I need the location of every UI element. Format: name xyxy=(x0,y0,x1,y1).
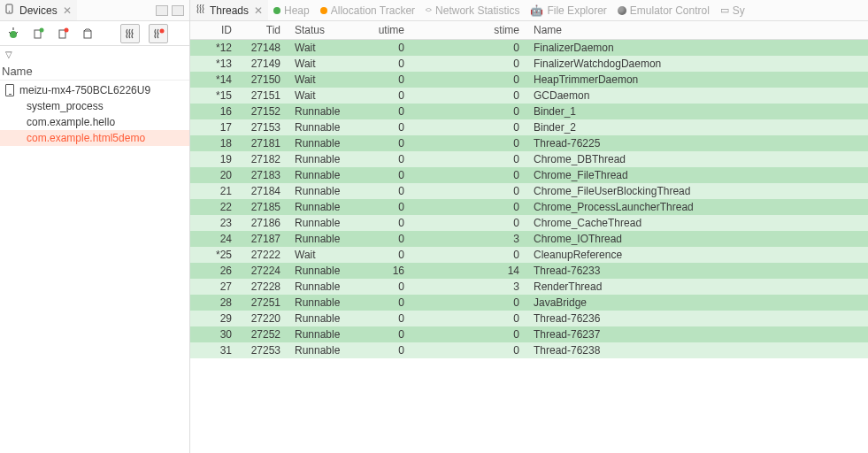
cell-utime: 0 xyxy=(358,135,411,151)
device-tree-item[interactable]: com.example.html5demo xyxy=(0,130,189,146)
cell-tid: 27153 xyxy=(239,119,288,135)
table-row[interactable]: *1427150Wait00HeapTrimmerDaemon xyxy=(190,72,868,88)
dump-hprof-button[interactable] xyxy=(55,26,71,42)
device-tree-item[interactable]: meizu-mx4-750BCL6226U9 xyxy=(0,82,189,98)
cell-status: Runnable xyxy=(288,167,358,183)
cell-stime: 0 xyxy=(411,183,526,199)
cell-tid: 27224 xyxy=(239,263,288,279)
cell-id: *14 xyxy=(190,72,239,88)
table-row[interactable]: *2527222Wait00CleanupReference xyxy=(190,247,868,263)
col-header-name[interactable]: Name xyxy=(526,21,868,40)
cell-stime: 0 xyxy=(411,295,526,311)
table-row[interactable]: 1627152Runnable00Binder_1 xyxy=(190,104,868,119)
minimize-view-button[interactable] xyxy=(156,5,168,16)
table-row[interactable]: *1527151Wait00GCDaemon xyxy=(190,88,868,104)
start-method-profiling-button[interactable] xyxy=(149,24,168,43)
close-icon[interactable]: ✕ xyxy=(254,4,263,17)
tab-threads[interactable]: Threads✕ xyxy=(190,0,268,20)
cell-name: FinalizerWatchdogDaemon xyxy=(526,56,868,72)
cell-tid: 27228 xyxy=(239,279,288,295)
table-row[interactable]: 2927220Runnable00Thread-76236 xyxy=(190,311,868,326)
cell-utime: 0 xyxy=(358,104,411,119)
update-heap-button[interactable] xyxy=(30,26,46,42)
svg-point-7 xyxy=(40,27,44,32)
table-row[interactable]: 2727228Runnable03RenderThread xyxy=(190,279,868,295)
cell-stime: 0 xyxy=(411,151,526,167)
emulator-icon xyxy=(618,6,626,15)
cell-stime: 0 xyxy=(411,40,526,57)
table-row[interactable]: 3127253Runnable00Thread-76238 xyxy=(190,342,868,358)
cell-name: Thread-76238 xyxy=(526,342,868,358)
main-pane: Threads✕HeapAllocation Tracker⌔Network S… xyxy=(190,0,868,453)
devices-tab[interactable]: Devices ✕ xyxy=(0,0,77,20)
cell-id: *12 xyxy=(190,40,239,57)
table-row[interactable]: 2027183Runnable00Chrome_FileThread xyxy=(190,167,868,183)
device-tree[interactable]: meizu-mx4-750BCL6226U9system_processcom.… xyxy=(0,81,189,453)
cell-name: Thread-76225 xyxy=(526,135,868,151)
table-row[interactable]: 2627224Runnable1614Thread-76233 xyxy=(190,263,868,279)
tab-allocation-tracker[interactable]: Allocation Tracker xyxy=(315,0,420,20)
update-threads-button[interactable] xyxy=(120,24,140,43)
col-header-id[interactable]: ID xyxy=(190,21,239,40)
table-row[interactable]: 2427187Runnable03Chrome_IOThread xyxy=(190,231,868,247)
table-row[interactable]: 1927182Runnable00Chrome_DBThread xyxy=(190,151,868,167)
cell-status: Wait xyxy=(288,40,358,57)
tab-file-explorer[interactable]: 🤖File Explorer xyxy=(525,0,611,20)
col-header-utime[interactable]: utime xyxy=(358,21,411,40)
wifi-icon: ⌔ xyxy=(426,5,432,16)
cause-gc-button[interactable] xyxy=(80,26,96,42)
cell-name: Chrome_IOThread xyxy=(526,231,868,247)
cell-utime: 0 xyxy=(358,311,411,326)
tab-sy[interactable]: ▭Sy xyxy=(715,0,750,20)
cell-utime: 0 xyxy=(358,119,411,135)
device-tree-item-label: system_process xyxy=(27,100,104,112)
device-tree-item[interactable]: system_process xyxy=(0,98,189,114)
devices-pane: Devices ✕ ▽ Name meizu-mx4-750BCL6226U xyxy=(0,0,190,453)
cell-id: 28 xyxy=(190,295,239,311)
cell-status: Runnable xyxy=(288,342,358,358)
cell-utime: 0 xyxy=(358,199,411,215)
cell-tid: 27252 xyxy=(239,326,288,342)
tab-heap[interactable]: Heap xyxy=(268,0,315,20)
device-tree-item-label: com.example.hello xyxy=(27,116,115,128)
table-row[interactable]: *1227148Wait00FinalizerDaemon xyxy=(190,40,868,57)
devices-column-header[interactable]: Name xyxy=(0,59,189,81)
threads-icon xyxy=(196,4,206,17)
close-icon[interactable]: ✕ xyxy=(63,4,72,17)
col-header-stime[interactable]: stime xyxy=(411,21,526,40)
svg-rect-8 xyxy=(59,30,65,38)
threads-table-container[interactable]: ID Tid Status utime stime Name *1227148W… xyxy=(190,21,868,453)
cell-tid: 27186 xyxy=(239,215,288,231)
android-icon: 🤖 xyxy=(530,4,543,17)
col-header-tid[interactable]: Tid xyxy=(239,21,288,40)
debug-button[interactable] xyxy=(5,26,21,42)
cell-tid: 27222 xyxy=(239,247,288,263)
table-row[interactable]: 2227185Runnable00Chrome_ProcessLauncherT… xyxy=(190,199,868,215)
cell-stime: 0 xyxy=(411,342,526,358)
table-row[interactable]: 1827181Runnable00Thread-76225 xyxy=(190,135,868,151)
device-tree-item[interactable]: com.example.hello xyxy=(0,114,189,130)
threads-header-row: ID Tid Status utime stime Name xyxy=(190,21,868,40)
tab-network-statistics[interactable]: ⌔Network Statistics xyxy=(420,0,525,20)
cell-status: Runnable xyxy=(288,295,358,311)
table-row[interactable]: *1327149Wait00FinalizerWatchdogDaemon xyxy=(190,56,868,72)
table-row[interactable]: 1727153Runnable00Binder_2 xyxy=(190,119,868,135)
maximize-view-button[interactable] xyxy=(172,5,184,16)
cell-utime: 0 xyxy=(358,167,411,183)
cell-tid: 27187 xyxy=(239,231,288,247)
col-header-status[interactable]: Status xyxy=(288,21,358,40)
table-row[interactable]: 2127184Runnable00Chrome_FileUserBlocking… xyxy=(190,183,868,199)
devices-toolbar xyxy=(0,21,189,46)
table-row[interactable]: 3027252Runnable00Thread-76237 xyxy=(190,326,868,342)
heap-icon xyxy=(273,7,280,14)
allocation-icon xyxy=(320,7,327,14)
cell-stime: 0 xyxy=(411,104,526,119)
table-row[interactable]: 2327186Runnable00Chrome_CacheThread xyxy=(190,215,868,231)
cell-id: 27 xyxy=(190,279,239,295)
tab-emulator-control[interactable]: Emulator Control xyxy=(612,0,715,20)
table-row[interactable]: 2827251Runnable00JavaBridge xyxy=(190,295,868,311)
view-window-controls xyxy=(156,5,189,16)
toolbar-overflow-icon[interactable]: ▽ xyxy=(0,46,189,59)
cell-tid: 27183 xyxy=(239,167,288,183)
cell-id: 18 xyxy=(190,135,239,151)
